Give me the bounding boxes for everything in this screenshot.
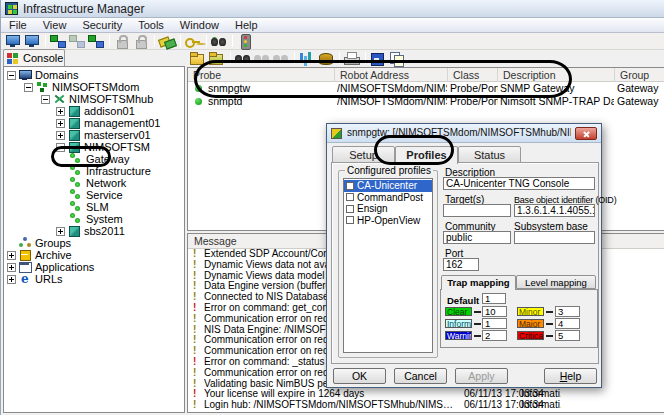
checkbox-icon[interactable] [346,182,354,190]
lock-icon[interactable] [113,34,132,49]
expand-icon[interactable] [56,131,65,140]
default-input[interactable]: 1 [482,293,506,304]
major-input[interactable]: 4 [555,318,580,329]
tree-item-nimsoftsm[interactable]: NIMSOFTSM [4,141,184,153]
close-icon[interactable] [575,127,597,140]
copy-icon[interactable] [388,51,407,66]
dialog-title-bar[interactable]: snmpgtw: [/NIMSOFTSMdom/NIMSOFTSMhub/NIM… [327,124,601,143]
critical-input[interactable]: 5 [555,330,580,341]
monitor-icon[interactable] [4,34,23,49]
expand-icon[interactable] [56,107,65,116]
community-field[interactable]: public [443,231,511,244]
profile-item-ensign[interactable]: Ensign [344,203,432,215]
column-header-robot-address[interactable]: Robot Address [335,68,448,82]
message-row[interactable]: Your license will expire in 1264 days06/… [188,389,664,400]
menu-tools[interactable]: Tools [130,18,172,33]
tree-item-masterserv01[interactable]: masterserv01 [4,129,184,141]
open-folder-icon[interactable] [208,51,227,66]
menu-help[interactable]: Help [227,18,266,33]
column-header-class[interactable]: Class [448,68,498,82]
find-previous-icon[interactable] [272,51,291,66]
message-row[interactable]: Login hub: /NIMSOFTSMdom/NIMSOFTSMhub/NI… [188,400,664,411]
network-nodes-icon[interactable] [49,34,68,49]
collapse-icon[interactable] [24,83,33,92]
tree-item-sbs2011[interactable]: sbs2011 [4,225,184,237]
probe-row-snmpgtw[interactable]: snmpgtw /NIMSOFTSMdom/NIMSOFTS... Probe/… [188,82,664,95]
expand-icon[interactable] [7,275,16,284]
minor-input[interactable]: 3 [555,306,580,317]
new-item-icon[interactable] [189,51,208,66]
menu-view[interactable]: View [35,18,75,33]
expand-icon[interactable] [7,263,16,272]
tab-console[interactable]: Console [3,49,65,66]
tree-item-system[interactable]: System [4,213,184,225]
tab-setup[interactable]: Setup [332,146,395,163]
column-header-probe[interactable]: Probe [188,68,335,82]
tree-item-urls[interactable]: URLs [4,273,184,285]
key-icon[interactable] [184,34,203,49]
subsystem-base-field[interactable] [514,231,595,244]
probe-row-snmptd[interactable]: snmptd /NIMSOFTSMdom/NIMSOFTS... Probe/P… [188,95,664,108]
binoculars-icon[interactable] [210,34,229,49]
menu-file[interactable]: File [1,18,35,33]
apply-button[interactable]: Apply [455,368,508,384]
tab-profiles[interactable]: Profiles [395,146,458,164]
warning-input[interactable]: 2 [482,330,507,341]
tab-level-mapping[interactable]: Level mapping [516,275,596,289]
bar-chart-icon[interactable] [298,51,317,66]
clear-input[interactable]: 10 [482,306,507,317]
tree-item-infrastructure[interactable]: Infrastructure [4,165,184,177]
checkbox-icon[interactable] [346,216,354,224]
monitor-alt-icon[interactable] [23,34,42,49]
link-icon[interactable] [158,34,177,49]
tree-item-service[interactable]: Service [4,189,184,201]
tree-item-addison01[interactable]: addison01 [4,105,184,117]
tree-item-nimsoftsmhub[interactable]: NIMSOFTSMhub [4,93,184,105]
tree-item-gateway[interactable]: Gateway [4,153,184,165]
help-button[interactable]: Help [544,368,597,384]
targets-field[interactable] [443,204,511,217]
printer-icon[interactable] [343,51,362,66]
tree-item-groups[interactable]: Groups [4,237,184,249]
description-field[interactable]: CA-Unicenter TNG Console [443,177,595,190]
expand-icon[interactable] [7,251,16,260]
tab-status[interactable]: Status [458,146,521,163]
network-detach-icon[interactable] [68,34,87,49]
port-field[interactable]: 162 [443,258,479,271]
tree-item-archive[interactable]: Archive [4,249,184,261]
menu-window[interactable]: Window [172,18,227,33]
tree-item-nimsoftsmdom[interactable]: NIMSOFTSMdom [4,81,184,93]
checkbox-icon[interactable] [346,193,354,201]
checkbox-icon[interactable] [346,205,354,213]
collapse-icon[interactable] [56,143,65,152]
menu-security[interactable]: Security [74,18,130,33]
collapse-icon[interactable] [7,71,16,80]
expand-icon[interactable] [56,227,65,236]
unlock-icon[interactable] [132,34,151,49]
tree-item-domains[interactable]: Domains [4,69,184,81]
tree-item-slm[interactable]: SLM [4,201,184,213]
tree-item-network[interactable]: Network [4,177,184,189]
tab-trap-mapping[interactable]: Trap mapping [441,275,516,290]
save-icon[interactable] [369,51,388,66]
network-attach-icon[interactable] [87,34,106,49]
binoculars-icon[interactable] [234,51,253,66]
base-oid-field[interactable]: 1.3.6.1.4.1.4055.1 [514,204,595,217]
column-header-group[interactable]: Group [615,68,664,82]
profile-item-hp-openview[interactable]: HP-OpenView [344,215,432,227]
tree-item-applications[interactable]: Applications [4,261,184,273]
report-icon[interactable] [317,51,336,66]
find-next-icon[interactable] [253,51,272,66]
tree-item-management01[interactable]: management01 [4,117,184,129]
profile-item-commandpost[interactable]: CommandPost [344,192,432,204]
expand-icon[interactable] [56,119,65,128]
tree-item-label: Groups [35,237,71,249]
ok-button[interactable]: OK [333,368,386,384]
cancel-button[interactable]: Cancel [394,368,447,384]
column-header-description[interactable]: Description [498,68,615,82]
profile-item-ca-unicenter[interactable]: CA-Unicenter [344,180,432,192]
traffic-light-icon[interactable] [236,34,255,49]
title-bar[interactable]: Infrastructure Manager [1,0,664,18]
information-input[interactable]: 1 [482,318,507,329]
collapse-icon[interactable] [41,95,50,104]
